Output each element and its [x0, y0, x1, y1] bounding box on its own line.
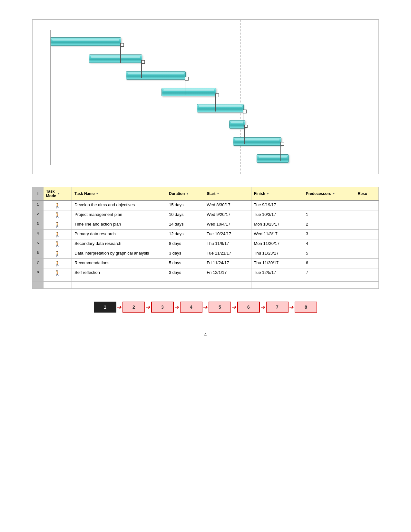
- cell-start: Fri 12/1/17: [204, 268, 251, 278]
- th-start-sort[interactable]: ▼: [217, 192, 219, 195]
- cell-mode: 🚶: [43, 239, 72, 249]
- cell-finish: [251, 278, 303, 282]
- th-start: Start ▼: [204, 187, 251, 201]
- cell-finish: Mon 11/20/17: [251, 239, 303, 249]
- cell-mode: 🚶: [43, 200, 72, 210]
- cell-resources: [355, 268, 378, 278]
- cell-mode: [43, 282, 72, 285]
- cell-resources: [355, 259, 378, 268]
- flow-arrow-6: ➔: [260, 304, 265, 311]
- cell-resources: [355, 282, 378, 285]
- cell-duration: 12 days: [166, 230, 204, 239]
- cell-name: Develop the aims and objectives: [72, 200, 166, 210]
- th-duration-sort[interactable]: ▼: [186, 192, 189, 195]
- cell-id: 4: [33, 230, 44, 239]
- cell-name: Recommendations: [72, 259, 166, 268]
- gantt-bar-5: [197, 104, 244, 112]
- th-name: Task Name ▼: [72, 187, 166, 201]
- flow-box-4: 4: [180, 302, 202, 313]
- gantt-bar-8: [257, 154, 289, 163]
- cell-resources: [355, 200, 378, 210]
- flow-box-7: 7: [266, 302, 289, 313]
- cell-mode: 🚶: [43, 220, 72, 230]
- cell-name: Data interpretation by graphical analysi…: [72, 249, 166, 259]
- th-finish-sort[interactable]: ▼: [267, 192, 269, 195]
- th-id: i: [33, 187, 44, 201]
- cell-start: Wed 8/30/17: [204, 200, 251, 210]
- cell-name: Primary data research: [72, 230, 166, 239]
- cell-start: [204, 282, 251, 285]
- task-mode-icon: 🚶: [54, 212, 61, 218]
- cell-start: Tue 10/24/17: [204, 230, 251, 239]
- cell-resources: [355, 239, 378, 249]
- cell-name: Time line and action plan: [72, 220, 166, 230]
- cell-duration: 3 days: [166, 268, 204, 278]
- cell-mode: 🚶: [43, 210, 72, 220]
- flow-box-6: 6: [237, 302, 260, 313]
- cell-resources: [355, 278, 378, 282]
- conn-v-3: [185, 79, 185, 95]
- task-mode-icon: 🚶: [54, 251, 61, 256]
- cell-mode: 🚶: [43, 268, 72, 278]
- cell-predecessors: 4: [303, 239, 355, 249]
- flow-arrow-3: ➔: [174, 304, 179, 311]
- conn-v-4: [215, 95, 216, 111]
- gantt-bar-4: [161, 88, 216, 96]
- flow-arrow-4: ➔: [203, 304, 208, 311]
- table-row: 8🚶Self reflection3 daysFri 12/1/17Tue 12…: [33, 268, 379, 278]
- cell-duration: [166, 282, 204, 285]
- cell-predecessors: 3: [303, 230, 355, 239]
- table-row: 6🚶Data interpretation by graphical analy…: [33, 249, 379, 259]
- table-row: [33, 278, 379, 282]
- task-table: i Task Mode ▼ Task Name ▼ Duration: [32, 187, 379, 289]
- cell-id: 6: [33, 249, 44, 259]
- th-finish: Finish ▼: [251, 187, 303, 201]
- task-mode-icon: 🚶: [54, 232, 61, 237]
- task-mode-icon: 🚶: [54, 203, 61, 208]
- table-row: 3🚶Time line and action plan14 daysWed 10…: [33, 220, 379, 230]
- table-row: 5🚶Secondary data research8 daysThu 11/9/…: [33, 239, 379, 249]
- task-mode-icon: 🚶: [54, 222, 61, 227]
- cell-id: [33, 282, 44, 285]
- table-row: 7🚶Recommendations5 daysFri 11/24/17Thu 1…: [33, 259, 379, 268]
- cell-start: Wed 10/4/17: [204, 220, 251, 230]
- conn-v-7: [280, 144, 281, 161]
- th-finish-label: Finish: [254, 191, 265, 196]
- page-number: 4: [32, 332, 379, 337]
- cell-mode: 🚶: [43, 259, 72, 268]
- flow-box-8: 8: [295, 302, 317, 313]
- cell-start: Wed 9/20/17: [204, 210, 251, 220]
- cell-id: 3: [33, 220, 44, 230]
- th-mode-label: Task Mode: [46, 189, 56, 198]
- cell-duration: 15 days: [166, 200, 204, 210]
- th-name-sort[interactable]: ▼: [96, 192, 99, 195]
- cell-name: Project management plan: [72, 210, 166, 220]
- flow-arrow-7: ➔: [289, 304, 294, 311]
- cell-id: 7: [33, 259, 44, 268]
- th-pred-sort[interactable]: ▼: [332, 192, 335, 195]
- cell-predecessors: [303, 200, 355, 210]
- cell-resources: [355, 210, 378, 220]
- th-predecessors: Predecessors ▼: [303, 187, 355, 201]
- flow-diagram: 1➔2➔3➔4➔5➔6➔7➔8: [32, 302, 379, 313]
- th-mode: Task Mode ▼: [43, 187, 72, 201]
- th-mode-sort[interactable]: ▼: [57, 192, 60, 195]
- cell-predecessors: 2: [303, 220, 355, 230]
- gantt-left-line: [50, 30, 51, 165]
- cell-finish: Tue 9/19/17: [251, 200, 303, 210]
- cell-finish: Thu 11/30/17: [251, 259, 303, 268]
- th-duration-label: Duration: [169, 191, 185, 196]
- cell-id: 2: [33, 210, 44, 220]
- cell-id: [33, 278, 44, 282]
- cell-mode: [43, 278, 72, 282]
- cell-id: 1: [33, 200, 44, 210]
- cell-name: Secondary data research: [72, 239, 166, 249]
- gantt-dotted-line: [240, 20, 241, 174]
- cell-resources: [355, 220, 378, 230]
- th-pred-label: Predecessors: [306, 191, 331, 196]
- cell-finish: [251, 282, 303, 285]
- conn-v-1: [120, 45, 121, 63]
- cell-predecessors: 1: [303, 210, 355, 220]
- cell-duration: 14 days: [166, 220, 204, 230]
- flow-box-5: 5: [209, 302, 231, 313]
